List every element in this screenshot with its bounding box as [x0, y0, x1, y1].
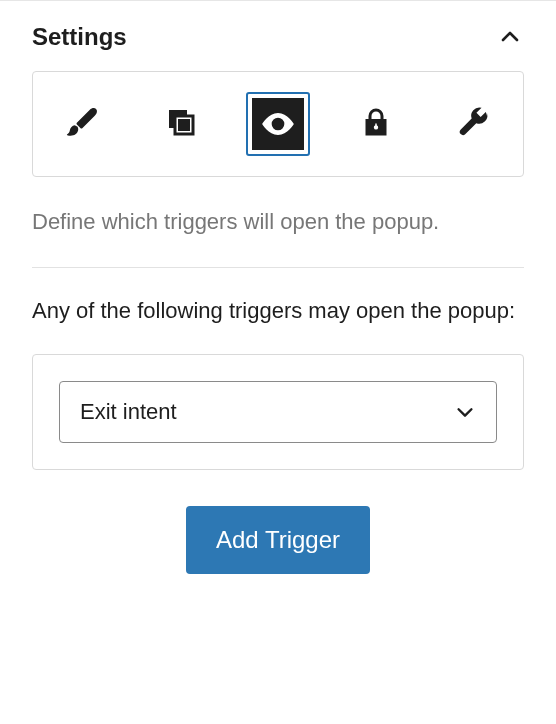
- chevron-down-icon: [454, 401, 476, 423]
- triggers-list-label: Any of the following triggers may open t…: [32, 294, 524, 328]
- trigger-item: Exit intent: [32, 354, 524, 470]
- settings-panel-title: Settings: [32, 23, 127, 51]
- chevron-up-icon: [496, 23, 524, 51]
- divider: [32, 267, 524, 268]
- add-trigger-button[interactable]: Add Trigger: [186, 506, 370, 574]
- trigger-type-select[interactable]: Exit intent: [59, 381, 497, 443]
- tab-layers[interactable]: [149, 92, 213, 156]
- add-trigger-row: Add Trigger: [32, 506, 524, 574]
- tab-tools[interactable]: [441, 92, 505, 156]
- svg-point-0: [275, 121, 281, 127]
- brush-icon: [65, 104, 101, 144]
- layers-icon: [163, 104, 199, 144]
- wrench-icon: [455, 104, 491, 144]
- tab-design[interactable]: [51, 92, 115, 156]
- settings-panel: Settings: [0, 0, 556, 574]
- settings-panel-header[interactable]: Settings: [0, 1, 556, 71]
- eye-icon: [252, 98, 304, 150]
- trigger-type-value: Exit intent: [80, 399, 177, 425]
- settings-tabbar: [32, 71, 524, 177]
- triggers-description: Define which triggers will open the popu…: [32, 205, 524, 239]
- tab-triggers[interactable]: [246, 92, 310, 156]
- tab-access[interactable]: [344, 92, 408, 156]
- lock-icon: [358, 104, 394, 144]
